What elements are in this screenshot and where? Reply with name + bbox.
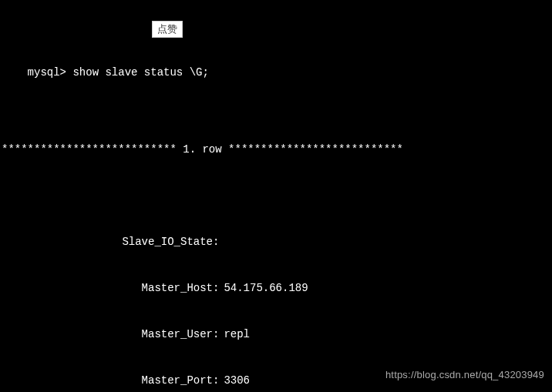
field-key: Slave_IO_State: [0, 234, 213, 250]
field-row: Master_Host:54.175.66.189: [0, 280, 552, 296]
field-key: Master_Host: [0, 280, 213, 296]
terminal-output[interactable]: mysql> show slave status \G; ***********…: [0, 0, 552, 392]
watermark-text: https://blog.csdn.net/qq_43203949: [385, 367, 544, 383]
field-row: Slave_IO_State:: [0, 234, 552, 250]
colon: :: [213, 234, 219, 250]
separator-label: 1. row: [183, 143, 221, 156]
separator-left: ***************************: [2, 143, 177, 156]
row-separator: *************************** 1. row *****…: [0, 142, 552, 157]
field-value: 54.175.66.189: [219, 280, 308, 296]
colon: :: [213, 373, 219, 388]
prompt-line: mysql> show slave status \G;: [0, 49, 552, 95]
colon: :: [213, 280, 219, 296]
field-value: 3306: [219, 373, 250, 388]
separator-right: ***************************: [228, 143, 403, 156]
like-tooltip[interactable]: 点赞: [152, 21, 183, 38]
sql-prompt: mysql>: [28, 66, 66, 79]
field-value: repl: [219, 327, 250, 342]
field-key: Master_User: [0, 327, 213, 342]
sql-command: show slave status \G;: [72, 66, 208, 79]
status-fields: Slave_IO_State: Master_Host:54.175.66.18…: [0, 203, 552, 392]
field-row: Master_User:repl: [0, 327, 552, 342]
field-value: [219, 234, 224, 250]
field-key: Master_Port: [0, 373, 213, 388]
colon: :: [213, 327, 219, 342]
